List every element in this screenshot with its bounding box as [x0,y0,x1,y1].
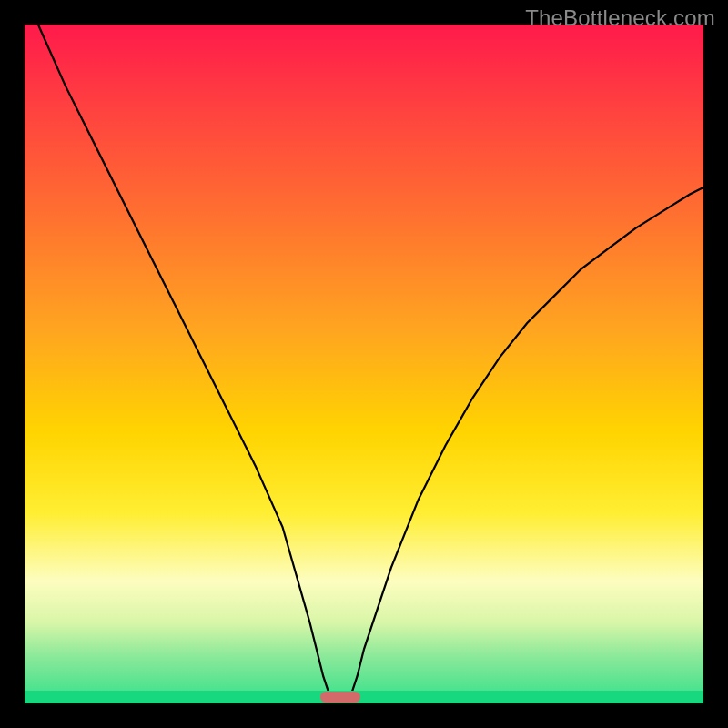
optimal-range-marker [320,692,361,703]
bottleneck-curve [38,25,703,703]
watermark-text: TheBottleneck.com [525,5,715,31]
chart-frame: TheBottleneck.com [0,0,728,728]
curve-svg [25,25,703,703]
baseline-green-band [25,691,703,703]
plot-area [25,25,703,703]
